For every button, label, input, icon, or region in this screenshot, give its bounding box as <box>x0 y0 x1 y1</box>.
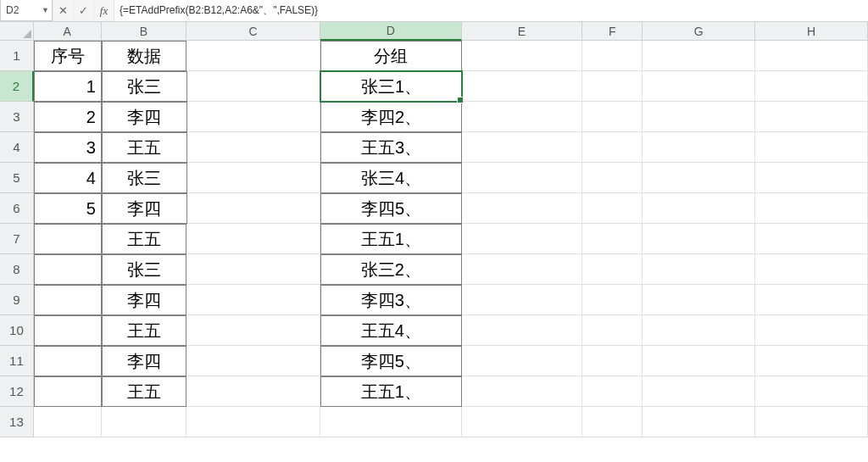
cell-D11[interactable]: 李四5、 <box>320 346 462 376</box>
cell-B13[interactable] <box>102 407 187 437</box>
cell-B9[interactable]: 李四 <box>102 285 187 315</box>
row-header-2[interactable]: 2 <box>0 71 34 102</box>
row-header-9[interactable]: 9 <box>0 285 34 315</box>
cell-D9[interactable]: 李四3、 <box>320 285 462 315</box>
cell-B8[interactable]: 张三 <box>102 254 187 285</box>
cell-E2[interactable] <box>462 71 582 102</box>
row-header-8[interactable]: 8 <box>0 254 34 285</box>
cell-G2[interactable] <box>643 71 755 102</box>
row-header-6[interactable]: 6 <box>0 193 34 224</box>
cell-G1[interactable] <box>643 41 755 71</box>
cell-A3[interactable]: 2 <box>34 102 102 132</box>
cell-A10[interactable] <box>34 315 102 346</box>
cell-F9[interactable] <box>582 285 643 315</box>
cell-A8[interactable] <box>34 254 102 285</box>
fx-button[interactable]: fx <box>93 0 114 21</box>
cell-E13[interactable] <box>462 407 582 437</box>
cell-C11[interactable] <box>186 346 320 376</box>
row-header-12[interactable]: 12 <box>0 376 34 407</box>
cell-B3[interactable]: 李四 <box>102 102 187 132</box>
cell-D2[interactable]: 张三1、 <box>320 71 462 102</box>
cell-D6[interactable]: 李四5、 <box>320 193 462 224</box>
cell-D10[interactable]: 王五4、 <box>320 315 462 346</box>
cell-F8[interactable] <box>582 254 643 285</box>
cell-D3[interactable]: 李四2、 <box>320 102 462 132</box>
cell-C12[interactable] <box>186 376 320 407</box>
cell-G5[interactable] <box>643 163 755 193</box>
cell-H7[interactable] <box>755 224 868 254</box>
cell-G7[interactable] <box>643 224 755 254</box>
cell-B12[interactable]: 王五 <box>102 376 187 407</box>
column-header-D[interactable]: D <box>320 22 462 41</box>
cell-G6[interactable] <box>643 193 755 224</box>
cell-G10[interactable] <box>643 315 755 346</box>
cell-F10[interactable] <box>582 315 643 346</box>
row-header-5[interactable]: 5 <box>0 163 34 193</box>
cell-E4[interactable] <box>462 132 582 163</box>
cell-H2[interactable] <box>755 71 868 102</box>
cell-H10[interactable] <box>755 315 868 346</box>
cell-H8[interactable] <box>755 254 868 285</box>
cell-F2[interactable] <box>582 71 643 102</box>
cell-C3[interactable] <box>187 102 320 132</box>
cell-F11[interactable] <box>582 346 643 376</box>
cell-F13[interactable] <box>582 407 643 437</box>
cancel-button[interactable]: ✕ <box>53 0 73 21</box>
cell-H6[interactable] <box>755 193 868 224</box>
cell-C8[interactable] <box>186 254 320 285</box>
cell-E1[interactable] <box>462 41 582 71</box>
cell-B5[interactable]: 张三 <box>102 163 187 193</box>
cell-C4[interactable] <box>187 132 320 163</box>
cell-H12[interactable] <box>755 376 868 407</box>
cell-G8[interactable] <box>643 254 755 285</box>
row-header-4[interactable]: 4 <box>0 132 34 163</box>
cell-E10[interactable] <box>462 315 582 346</box>
cell-D8[interactable]: 张三2、 <box>320 254 462 285</box>
cell-E11[interactable] <box>462 346 582 376</box>
select-all-corner[interactable] <box>0 22 34 41</box>
cell-G11[interactable] <box>643 346 755 376</box>
column-header-E[interactable]: E <box>462 22 582 41</box>
row-header-1[interactable]: 1 <box>0 41 34 71</box>
cell-H13[interactable] <box>755 407 868 437</box>
cell-H5[interactable] <box>755 163 868 193</box>
column-header-H[interactable]: H <box>755 22 868 41</box>
cell-D13[interactable] <box>320 407 462 437</box>
cell-E8[interactable] <box>462 254 582 285</box>
column-header-A[interactable]: A <box>34 22 102 41</box>
row-header-3[interactable]: 3 <box>0 102 34 132</box>
cell-C6[interactable] <box>187 193 320 224</box>
cell-C5[interactable] <box>187 163 320 193</box>
cell-C13[interactable] <box>186 407 320 437</box>
column-header-G[interactable]: G <box>643 22 755 41</box>
cell-B10[interactable]: 王五 <box>102 315 187 346</box>
name-box[interactable]: D2 ▼ <box>0 0 53 21</box>
dropdown-icon[interactable]: ▼ <box>42 6 49 14</box>
cell-H11[interactable] <box>755 346 868 376</box>
cell-H9[interactable] <box>755 285 868 315</box>
formula-input[interactable]: {=ETAddPrefix(B2:B12,A2:A6&"、",FALSE)} <box>114 0 868 21</box>
enter-button[interactable]: ✓ <box>73 0 93 21</box>
row-header-11[interactable]: 11 <box>0 346 34 376</box>
cell-G4[interactable] <box>643 132 755 163</box>
cell-A1[interactable]: 序号 <box>34 41 102 71</box>
cell-B2[interactable]: 张三 <box>102 71 187 102</box>
column-header-C[interactable]: C <box>186 22 320 41</box>
cell-F12[interactable] <box>582 376 643 407</box>
cell-A13[interactable] <box>34 407 102 437</box>
cell-D1[interactable]: 分组 <box>320 41 462 71</box>
cell-H1[interactable] <box>755 41 868 71</box>
cell-E12[interactable] <box>462 376 582 407</box>
cell-B1[interactable]: 数据 <box>102 41 187 71</box>
cell-F1[interactable] <box>582 41 643 71</box>
row-header-13[interactable]: 13 <box>0 407 34 437</box>
cell-A4[interactable]: 3 <box>34 132 102 163</box>
cell-C10[interactable] <box>186 315 320 346</box>
cell-A6[interactable]: 5 <box>34 193 102 224</box>
cell-E6[interactable] <box>462 193 582 224</box>
row-header-7[interactable]: 7 <box>0 224 34 254</box>
cell-H3[interactable] <box>755 102 868 132</box>
cell-H4[interactable] <box>755 132 868 163</box>
cell-A7[interactable] <box>34 224 102 254</box>
cell-A11[interactable] <box>34 346 102 376</box>
